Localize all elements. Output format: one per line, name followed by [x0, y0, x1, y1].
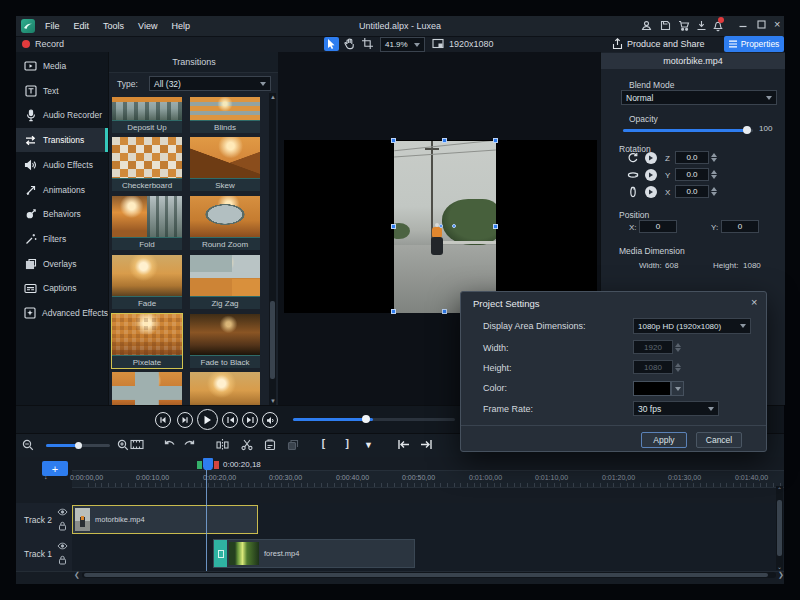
transition-round-zoom[interactable]: Round Zoom	[190, 196, 260, 250]
handle-top-center[interactable]	[442, 138, 447, 143]
opacity-slider-handle[interactable]	[743, 126, 751, 134]
opacity-slider[interactable]	[623, 129, 753, 132]
rotate-z-icon[interactable]	[627, 152, 639, 164]
sidebar-item-filters[interactable]: Filters	[16, 227, 108, 251]
canvas-size-icon[interactable]	[432, 38, 444, 49]
go-to-end-icon[interactable]	[420, 439, 433, 450]
save-icon[interactable]	[660, 20, 671, 31]
go-to-start-icon[interactable]	[397, 439, 410, 450]
redo-icon[interactable]	[183, 439, 196, 450]
transition-deposit-up[interactable]: Deposit Up	[112, 97, 182, 133]
download-icon[interactable]	[696, 20, 707, 31]
next-frame-button[interactable]	[177, 412, 193, 428]
menu-tools[interactable]: Tools	[96, 21, 131, 31]
close-button[interactable]: ×	[774, 18, 780, 30]
timeline-hscrollbar[interactable]	[82, 572, 776, 578]
jump-to-end-button[interactable]	[242, 412, 258, 428]
timeline-vscrollbar[interactable]: ⌃ ⌄	[776, 486, 783, 570]
trim-out-handle[interactable]	[214, 461, 219, 469]
rotation-y-input[interactable]: 0.0	[675, 168, 709, 181]
trim-in-handle[interactable]	[197, 461, 202, 469]
transition-block[interactable]	[214, 540, 227, 567]
clip-motorbike[interactable]: motorbike.mp4	[72, 505, 258, 534]
frame-rate-select[interactable]: 30 fps	[633, 401, 719, 416]
cart-icon[interactable]	[678, 20, 690, 31]
video-preview-motorbike[interactable]	[394, 141, 496, 313]
sidebar-item-advanced-effects[interactable]: Advanced Effects	[16, 301, 108, 325]
track1-lane[interactable]	[72, 537, 784, 572]
menu-file[interactable]: File	[38, 21, 67, 31]
reset-x-icon[interactable]	[645, 186, 657, 198]
account-icon[interactable]	[641, 20, 652, 31]
anchor-point[interactable]	[439, 224, 443, 228]
scroll-right-icon[interactable]: ❯	[778, 571, 784, 579]
blend-mode-select[interactable]: Normal	[621, 90, 777, 105]
sidebar-item-audio-effects[interactable]: Audio Effects	[16, 153, 108, 177]
rotation-z-stepper[interactable]	[711, 151, 719, 164]
record-label[interactable]: Record	[35, 39, 64, 49]
sidebar-item-media[interactable]: Media	[16, 54, 108, 78]
playback-progress-slider[interactable]	[293, 418, 455, 421]
sidebar-item-audio-recorder[interactable]: Audio Recorder	[16, 103, 108, 127]
handle-bottom-left[interactable]	[391, 309, 396, 314]
sidebar-item-animations[interactable]: Animations	[16, 178, 108, 202]
playhead-line[interactable]	[206, 470, 207, 571]
rotate-y-icon[interactable]	[627, 169, 639, 181]
stage[interactable]	[284, 140, 597, 313]
mark-out-icon[interactable]: ]	[344, 437, 351, 450]
rotation-z-input[interactable]: 0.0	[675, 151, 709, 164]
notifications-icon[interactable]	[712, 20, 724, 32]
transition-partial-1[interactable]	[112, 372, 182, 405]
progress-handle[interactable]	[362, 415, 370, 423]
transition-fold[interactable]: Fold	[112, 196, 182, 250]
playhead-handle[interactable]	[203, 458, 213, 468]
fit-timeline-icon[interactable]	[130, 439, 144, 450]
handle-top-right[interactable]	[493, 138, 498, 143]
scroll-left-icon[interactable]: ❮	[74, 571, 80, 579]
color-dropdown-button[interactable]	[671, 381, 684, 396]
cancel-button[interactable]: Cancel	[696, 432, 742, 448]
jump-to-start-button[interactable]	[222, 412, 238, 428]
transition-type-select[interactable]: All (32)	[149, 76, 271, 91]
mark-in-icon[interactable]: [	[320, 437, 327, 450]
track2-header[interactable]: Track 2	[16, 503, 72, 538]
sidebar-item-text[interactable]: Text	[16, 79, 108, 103]
transition-skew[interactable]: Skew	[190, 137, 260, 191]
zoom-in-icon[interactable]	[117, 439, 129, 451]
timeline-zoom-handle[interactable]	[75, 442, 82, 449]
transitions-scrollbar[interactable]: ▲ ▼	[269, 93, 276, 405]
lock-icon[interactable]	[58, 521, 67, 531]
transition-partial-2[interactable]	[190, 372, 260, 405]
handle-mid-right[interactable]	[493, 224, 498, 229]
sidebar-item-transitions[interactable]: Transitions	[16, 128, 108, 152]
position-y-input[interactable]: 0	[721, 220, 759, 233]
minimize-button[interactable]	[738, 19, 748, 30]
transition-fade[interactable]: Fade	[112, 255, 182, 309]
scroll-up-icon[interactable]: ⌃	[777, 486, 782, 493]
crop-tool-icon[interactable]	[362, 38, 373, 49]
lock-icon[interactable]	[58, 555, 67, 565]
scroll-up-icon[interactable]: ▲	[270, 94, 276, 100]
zoom-level-select[interactable]: 41.9%	[380, 37, 425, 52]
play-button[interactable]	[197, 409, 218, 430]
undo-icon[interactable]	[163, 439, 176, 450]
menu-edit[interactable]: Edit	[67, 21, 97, 31]
rotation-y-stepper[interactable]	[711, 168, 719, 181]
scroll-down-icon[interactable]: ⌄	[777, 563, 782, 570]
eye-icon[interactable]	[57, 542, 68, 550]
rotation-x-stepper[interactable]	[711, 185, 719, 198]
maximize-button[interactable]	[757, 20, 766, 29]
transition-pixelate-selected[interactable]: Pixelate	[112, 314, 182, 368]
transition-checkerboard[interactable]: Checkerboard	[112, 137, 182, 191]
transition-blinds[interactable]: Blinds	[190, 97, 260, 133]
select-tool-button[interactable]	[324, 37, 339, 51]
add-marker-icon[interactable]: ▼	[364, 440, 373, 450]
scroll-down-icon[interactable]: ▼	[270, 398, 276, 404]
cut-icon[interactable]	[241, 439, 253, 451]
menu-view[interactable]: View	[131, 21, 164, 31]
add-track-button[interactable]: +	[42, 461, 68, 476]
sidebar-item-behaviors[interactable]: Behaviors	[16, 202, 108, 226]
position-x-input[interactable]: 0	[639, 220, 677, 233]
vscrollbar-thumb[interactable]	[777, 500, 782, 556]
sidebar-item-overlays[interactable]: Overlays	[16, 252, 108, 276]
